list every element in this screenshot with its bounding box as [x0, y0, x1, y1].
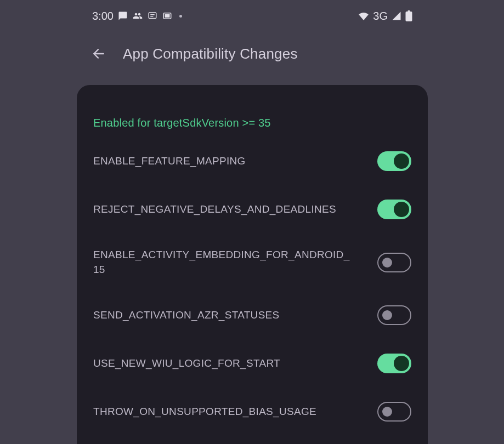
- clock-text: 3:00: [92, 10, 114, 22]
- setting-label: THROW_ON_UNSUPPORTED_BIAS_USAGE: [93, 405, 316, 419]
- svg-rect-5: [406, 12, 412, 21]
- toggle-knob: [394, 153, 409, 169]
- device-viewport: 3:00 3G: [77, 0, 428, 444]
- svg-rect-4: [165, 15, 169, 18]
- setting-row[interactable]: SEND_ACTIVATION_AZR_STATUSES: [93, 305, 411, 325]
- status-bar: 3:00 3G: [77, 0, 428, 32]
- chat-icon: [118, 11, 128, 21]
- toggle-knob: [394, 202, 409, 217]
- setting-row[interactable]: ENABLE_ACTIVITY_EMBEDDING_FOR_ANDROID_15: [93, 248, 411, 277]
- notification-icons: [118, 11, 182, 21]
- toggle-switch[interactable]: [377, 200, 411, 219]
- card-icon: [162, 11, 172, 21]
- setting-row[interactable]: USE_NEW_WIU_LOGIC_FOR_START: [93, 354, 411, 373]
- toggle-switch[interactable]: [377, 402, 411, 422]
- toggle-switch[interactable]: [377, 354, 411, 373]
- section-header: Enabled for targetSdkVersion >= 35: [93, 117, 411, 129]
- settings-panel: Enabled for targetSdkVersion >= 35 ENABL…: [77, 85, 428, 444]
- status-left: 3:00: [92, 10, 182, 22]
- toggle-knob: [382, 407, 392, 417]
- page-title: App Compatibility Changes: [123, 45, 298, 62]
- settings-list: ENABLE_FEATURE_MAPPINGREJECT_NEGATIVE_DE…: [93, 151, 411, 422]
- setting-row[interactable]: REJECT_NEGATIVE_DELAYS_AND_DEADLINES: [93, 200, 411, 219]
- setting-label: ENABLE_ACTIVITY_EMBEDDING_FOR_ANDROID_15: [93, 248, 351, 277]
- people-icon: [133, 11, 143, 21]
- toggle-knob: [382, 310, 392, 320]
- toggle-knob: [382, 258, 392, 267]
- more-notifications-dot: [179, 15, 182, 18]
- setting-row[interactable]: THROW_ON_UNSUPPORTED_BIAS_USAGE: [93, 402, 411, 422]
- toggle-switch[interactable]: [377, 151, 411, 171]
- svg-rect-6: [408, 10, 410, 12]
- toggle-switch[interactable]: [377, 305, 411, 325]
- app-bar: App Compatibility Changes: [77, 32, 428, 76]
- setting-label: REJECT_NEGATIVE_DELAYS_AND_DEADLINES: [93, 202, 336, 217]
- setting-label: ENABLE_FEATURE_MAPPING: [93, 154, 246, 169]
- toggle-switch[interactable]: [377, 253, 411, 272]
- message-icon: [148, 11, 157, 21]
- status-right: 3G: [358, 10, 412, 22]
- setting-label: SEND_ACTIVATION_AZR_STATUSES: [93, 308, 280, 323]
- setting-label: USE_NEW_WIU_LOGIC_FOR_START: [93, 356, 280, 371]
- signal-icon: [392, 11, 401, 21]
- svg-rect-0: [149, 13, 156, 19]
- network-type-label: 3G: [373, 10, 388, 22]
- battery-icon: [405, 10, 412, 21]
- back-button[interactable]: [88, 43, 110, 65]
- wifi-icon: [358, 12, 369, 20]
- arrow-left-icon: [92, 47, 106, 61]
- setting-row[interactable]: ENABLE_FEATURE_MAPPING: [93, 151, 411, 171]
- toggle-knob: [394, 356, 409, 371]
